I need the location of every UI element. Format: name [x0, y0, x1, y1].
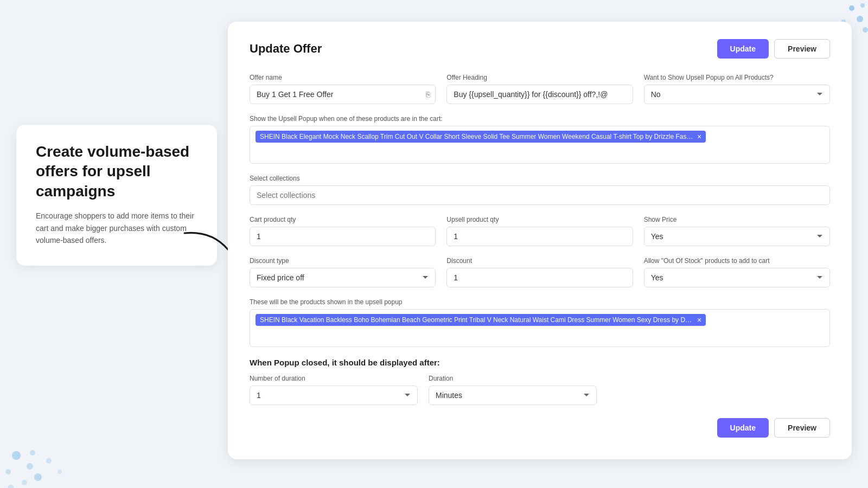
- select-collections-group: Select collections: [250, 175, 830, 205]
- row-duration: Number of duration 1 2 3 5 10 Duration M…: [250, 375, 597, 405]
- svg-point-9: [22, 480, 27, 485]
- svg-point-1: [860, 3, 865, 8]
- bottom-buttons: Update Preview: [250, 418, 830, 438]
- show-price-label: Show Price: [644, 216, 830, 223]
- show-upsell-popup-select[interactable]: No Yes: [644, 85, 830, 104]
- row-qty-price: Cart product qty Upsell product qty Show…: [250, 216, 830, 246]
- svg-point-8: [34, 473, 42, 481]
- show-upsell-popup-group: Want to Show Upsell Popup on All Product…: [644, 74, 830, 104]
- discount-input[interactable]: [446, 268, 633, 287]
- offer-name-input-wrapper: ⎘: [250, 85, 436, 104]
- offer-name-group: Offer name ⎘: [250, 74, 436, 104]
- bottom-update-button[interactable]: Update: [717, 418, 769, 438]
- allow-out-of-stock-group: Allow "Out Of Stock" products to add to …: [644, 257, 830, 287]
- svg-point-12: [8, 485, 14, 488]
- offer-heading-label: Offer Heading: [446, 74, 633, 81]
- upsell-product-chip: SHEIN Black Vacation Backless Boho Bohem…: [256, 314, 706, 326]
- cart-product-chip-text: SHEIN Black Elegant Mock Neck Scallop Tr…: [260, 133, 694, 140]
- svg-point-5: [12, 451, 21, 460]
- discount-label: Discount: [446, 257, 633, 265]
- duration-select[interactable]: Minutes Hours Days: [429, 386, 597, 405]
- duration-group: Duration Minutes Hours Days: [429, 375, 597, 405]
- duration-label: Duration: [429, 375, 597, 382]
- row-discount: Discount type Fixed price off Percentage…: [250, 257, 830, 287]
- form-title: Update Offer: [250, 42, 322, 56]
- show-price-group: Show Price Yes No: [644, 216, 830, 246]
- number-of-duration-group: Number of duration 1 2 3 5 10: [250, 375, 418, 405]
- row-offer-basics: Offer name ⎘ Offer Heading Want to Show …: [250, 74, 830, 104]
- popup-closed-section: When Popup closed, it should be displaye…: [250, 358, 830, 405]
- svg-point-6: [27, 463, 33, 470]
- bottom-preview-button[interactable]: Preview: [774, 418, 830, 438]
- number-of-duration-label: Number of duration: [250, 375, 418, 382]
- discount-type-group: Discount type Fixed price off Percentage…: [250, 257, 436, 287]
- discount-type-select[interactable]: Fixed price off Percentage off Free: [250, 268, 436, 287]
- cart-product-chip-close[interactable]: ×: [697, 133, 701, 140]
- left-panel-description: Encourage shoppers to add more items to …: [36, 210, 197, 246]
- cart-products-tag-input[interactable]: SHEIN Black Elegant Mock Neck Scallop Tr…: [250, 126, 830, 164]
- svg-point-4: [863, 27, 868, 33]
- main-form-card: Update Offer Update Preview Offer name ⎘…: [228, 22, 852, 459]
- svg-point-7: [5, 469, 11, 474]
- cart-product-qty-group: Cart product qty: [250, 216, 436, 246]
- header-preview-button[interactable]: Preview: [774, 39, 830, 59]
- upsell-product-qty-label: Upsell product qty: [446, 216, 633, 223]
- svg-point-13: [30, 450, 35, 455]
- cart-product-chip: SHEIN Black Elegant Mock Neck Scallop Tr…: [256, 131, 706, 143]
- popup-closed-label: When Popup closed, it should be displaye…: [250, 358, 830, 367]
- form-header: Update Offer Update Preview: [250, 39, 830, 59]
- cart-products-group: Show the Upsell Popup when one of these …: [250, 115, 830, 164]
- show-upsell-popup-label: Want to Show Upsell Popup on All Product…: [644, 74, 830, 81]
- cart-product-qty-label: Cart product qty: [250, 216, 436, 223]
- header-buttons: Update Preview: [717, 39, 830, 59]
- offer-heading-input[interactable]: [446, 85, 633, 104]
- offer-name-label: Offer name: [250, 74, 436, 81]
- offer-name-input[interactable]: [250, 85, 436, 104]
- show-price-select[interactable]: Yes No: [644, 227, 830, 246]
- discount-group: Discount: [446, 257, 633, 287]
- svg-point-2: [857, 16, 863, 22]
- left-panel-heading: Create volume-based offers for upsell ca…: [36, 142, 197, 201]
- svg-point-11: [58, 470, 62, 474]
- upsell-product-chip-text: SHEIN Black Vacation Backless Boho Bohem…: [260, 316, 694, 324]
- decorative-dots-bottom-left: [0, 347, 98, 488]
- offer-heading-group: Offer Heading: [446, 74, 633, 104]
- cart-products-label: Show the Upsell Popup when one of these …: [250, 115, 830, 123]
- select-collections-label: Select collections: [250, 175, 830, 182]
- upsell-products-tag-input[interactable]: SHEIN Black Vacation Backless Boho Bohem…: [250, 309, 830, 347]
- allow-out-of-stock-select[interactable]: Yes No: [644, 268, 830, 287]
- upsell-product-qty-input[interactable]: [446, 227, 633, 246]
- copy-icon: ⎘: [426, 90, 430, 99]
- svg-point-0: [849, 5, 854, 11]
- svg-point-10: [46, 458, 52, 464]
- upsell-products-label: These will be the products shown in the …: [250, 298, 830, 306]
- upsell-product-qty-group: Upsell product qty: [446, 216, 633, 246]
- upsell-product-chip-close[interactable]: ×: [697, 316, 701, 324]
- select-collections-input[interactable]: [250, 185, 830, 205]
- number-of-duration-select[interactable]: 1 2 3 5 10: [250, 386, 418, 405]
- cart-product-qty-input[interactable]: [250, 227, 436, 246]
- header-update-button[interactable]: Update: [717, 39, 769, 59]
- allow-out-of-stock-label: Allow "Out Of Stock" products to add to …: [644, 257, 830, 265]
- discount-type-label: Discount type: [250, 257, 436, 265]
- upsell-products-group: These will be the products shown in the …: [250, 298, 830, 347]
